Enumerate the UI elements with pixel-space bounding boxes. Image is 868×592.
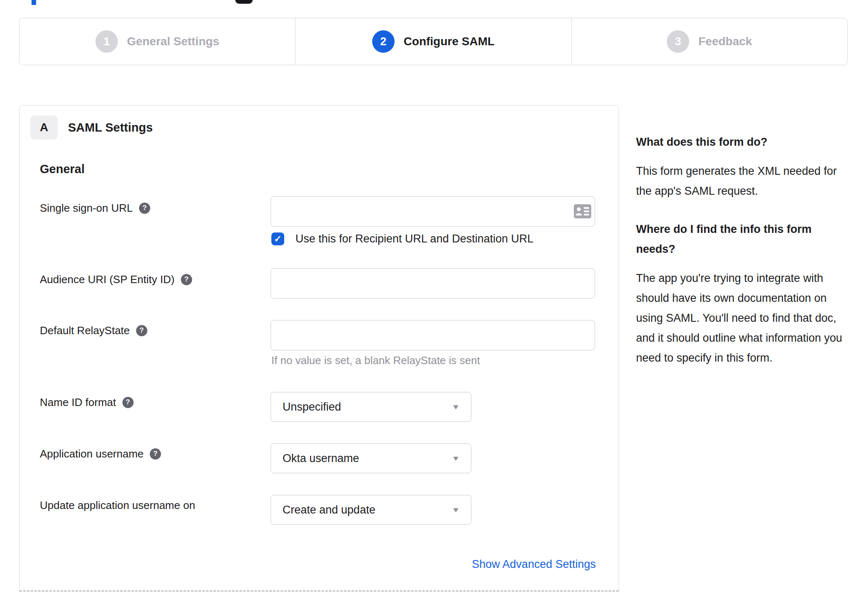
single-sign-on-url-label: Single sign-on URL ? <box>40 201 150 215</box>
select-value: Okta username <box>283 452 359 465</box>
configure-saml-page: 1 General Settings 2 Configure SAML 3 Fe… <box>0 0 868 592</box>
single-sign-on-url-input[interactable] <box>271 196 595 227</box>
section-badge: A <box>30 115 58 139</box>
field-label-text: Application username <box>40 448 144 460</box>
application-username-label: Application username ? <box>40 447 161 461</box>
help-heading-1: What does this form do? <box>636 132 845 152</box>
audience-uri-label: Audience URI (SP Entity ID) ? <box>40 272 192 286</box>
step-configure-saml[interactable]: 2 Configure SAML <box>295 18 571 65</box>
default-relaystate-label: Default RelayState ? <box>40 323 147 338</box>
help-icon[interactable]: ? <box>150 448 161 460</box>
step-label: Configure SAML <box>404 35 495 48</box>
help-icon[interactable]: ? <box>122 397 134 408</box>
field-label-text: Update application username on <box>40 499 195 512</box>
help-icon[interactable]: ? <box>136 325 147 336</box>
name-id-format-select[interactable]: Unspecified ▼ <box>271 392 471 422</box>
step-number-badge: 2 <box>372 30 395 53</box>
help-paragraph-1: This form generates the XML needed for t… <box>636 161 845 201</box>
relaystate-hint: If no value is set, a blank RelayState i… <box>271 354 480 367</box>
step-number-badge: 3 <box>667 30 689 53</box>
help-icon[interactable]: ? <box>139 203 150 214</box>
step-feedback[interactable]: 3 Feedback <box>571 18 847 65</box>
group-title-general: General <box>40 162 85 176</box>
step-number-badge: 1 <box>95 30 118 53</box>
clipped-icon-fragment <box>235 0 253 4</box>
contact-card-icon[interactable] <box>574 204 591 218</box>
help-paragraph-2: The app you're trying to integrate with … <box>636 268 845 368</box>
caret-down-icon: ▼ <box>451 455 460 462</box>
caret-down-icon: ▼ <box>451 506 460 514</box>
application-username-select[interactable]: Okta username ▼ <box>271 443 471 473</box>
field-label-text: Name ID format <box>40 396 116 409</box>
checkbox-label: Use this for Recipient URL and Destinati… <box>295 232 534 245</box>
field-label-text: Default RelayState <box>40 324 130 337</box>
step-label: General Settings <box>127 35 219 48</box>
audience-uri-input[interactable] <box>271 268 595 298</box>
clipped-title-fragment <box>32 0 36 5</box>
field-label-text: Single sign-on URL <box>40 202 133 215</box>
step-label: Feedback <box>698 35 752 48</box>
wizard-stepper: 1 General Settings 2 Configure SAML 3 Fe… <box>19 18 848 65</box>
step-general-settings[interactable]: 1 General Settings <box>20 18 295 65</box>
update-username-label: Update application username on <box>40 498 195 512</box>
field-label-text: Audience URI (SP Entity ID) <box>40 273 175 286</box>
default-relaystate-input[interactable] <box>271 320 595 350</box>
update-username-select[interactable]: Create and update ▼ <box>271 495 471 525</box>
section-divider-dashed <box>20 590 619 592</box>
help-icon[interactable]: ? <box>181 274 192 285</box>
name-id-format-label: Name ID format ? <box>40 395 134 409</box>
section-title: SAML Settings <box>68 115 153 139</box>
help-heading-2: Where do I find the info this form needs… <box>636 219 845 259</box>
show-advanced-settings-link[interactable]: Show Advanced Settings <box>472 558 596 571</box>
select-value: Unspecified <box>283 401 341 413</box>
checkmark-icon: ✓ <box>274 234 281 245</box>
recipient-destination-checkbox[interactable]: ✓ <box>271 232 284 245</box>
help-panel: What does this form do? This form genera… <box>636 132 845 386</box>
select-value: Create and update <box>283 504 375 516</box>
saml-settings-panel: A SAML Settings General Single sign-on U… <box>19 105 619 592</box>
caret-down-icon: ▼ <box>451 404 460 411</box>
